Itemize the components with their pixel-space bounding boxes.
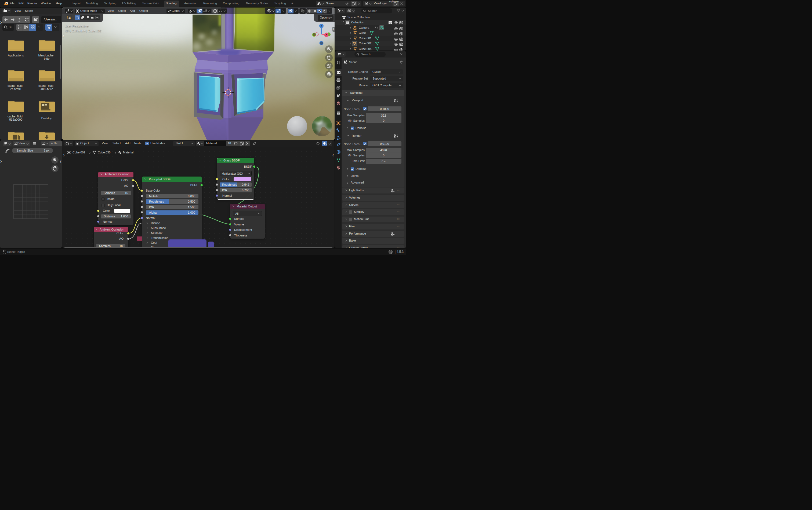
svg-text:Z: Z: [321, 24, 322, 27]
svg-text:X: X: [326, 33, 327, 36]
